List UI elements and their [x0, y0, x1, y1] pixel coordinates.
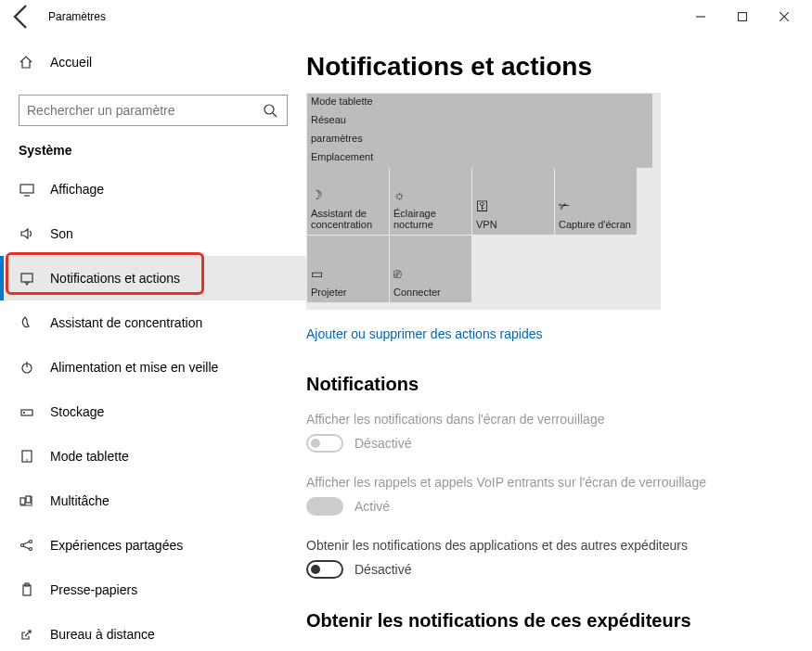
svg-rect-0 [738, 13, 746, 21]
sidebar-item-alimentation[interactable]: Alimentation et mise en veille [0, 345, 306, 389]
storage-icon [19, 404, 35, 419]
tile-connecter[interactable]: ⎚ Connecter [390, 236, 471, 302]
tile-header[interactable]: Mode tablette [307, 94, 653, 112]
sidebar-item-label: Multitâche [50, 493, 110, 508]
svg-point-6 [24, 413, 25, 414]
toggle-state: Désactivé [354, 436, 411, 451]
setting-app-notifications: Obtenir les notifications des applicatio… [306, 538, 812, 579]
section-senders: Obtenir les notifications de ces expédit… [306, 610, 812, 632]
sidebar-item-label: Assistant de concentration [50, 315, 202, 330]
quick-actions-panel: Mode tablette Réseau paramètres Emplacem… [306, 93, 661, 310]
toggle-state: Désactivé [354, 562, 411, 577]
tile-label: Assistant de concentration [311, 208, 385, 231]
sound-icon [19, 226, 35, 241]
sidebar-item-label: Notifications et actions [50, 271, 180, 286]
svg-rect-2 [20, 185, 33, 193]
tile-assistant[interactable]: ☽ Assistant de concentration [307, 168, 389, 235]
vpn-icon: ⚿ [476, 198, 550, 219]
sidebar-item-label: Expériences partagées [50, 538, 183, 553]
close-button[interactable] [763, 3, 805, 31]
setting-voip-lockscreen: Afficher les rappels et appels VoIP entr… [306, 475, 812, 516]
svg-rect-5 [21, 410, 32, 415]
notifications-icon [19, 271, 35, 286]
sidebar: Accueil Système Affichage Son Notificati… [0, 33, 306, 651]
moon-icon: ☽ [311, 187, 385, 208]
sidebar-item-tablette[interactable]: Mode tablette [0, 434, 306, 479]
display-icon [19, 182, 35, 197]
snip-icon: ✃ [559, 198, 633, 219]
sidebar-item-presse[interactable]: Presse-papiers [0, 568, 306, 612]
tile-label: Projeter [311, 287, 385, 299]
multitask-icon [19, 493, 35, 508]
section-title: Système [19, 143, 306, 158]
tile-projeter[interactable]: ▭ Projeter [307, 236, 389, 302]
setting-lockscreen-notifications: Afficher les notifications dans l'écran … [306, 412, 812, 453]
home-link[interactable]: Accueil [19, 45, 306, 80]
svg-rect-3 [21, 274, 32, 282]
tile-header[interactable]: paramètres [307, 131, 653, 149]
sidebar-item-affichage[interactable]: Affichage [0, 167, 306, 211]
section-notifications: Notifications [306, 374, 812, 395]
tile-eclairage[interactable]: ☼ Éclairage nocturne [390, 168, 471, 235]
focus-icon [19, 315, 35, 330]
home-icon [19, 55, 35, 70]
toggle-state: Activé [354, 499, 390, 514]
sidebar-item-label: Affichage [50, 182, 104, 197]
sidebar-item-stockage[interactable]: Stockage [0, 389, 306, 434]
svg-rect-13 [23, 585, 31, 595]
main-content: Notifications et actions Mode tablette R… [306, 33, 812, 651]
page-title: Notifications et actions [306, 52, 812, 82]
sidebar-item-label: Alimentation et mise en veille [50, 360, 218, 375]
titlebar: Paramètres [0, 0, 812, 33]
minimize-button[interactable] [679, 3, 721, 31]
back-button[interactable] [7, 2, 37, 32]
share-icon [19, 538, 35, 553]
sidebar-item-assistant[interactable]: Assistant de concentration [0, 300, 306, 345]
sidebar-item-label: Bureau à distance [50, 627, 155, 642]
sidebar-item-label: Stockage [50, 404, 104, 419]
sidebar-item-bureau[interactable]: Bureau à distance [0, 612, 306, 651]
sidebar-item-multitache[interactable]: Multitâche [0, 479, 306, 523]
home-label: Accueil [50, 55, 92, 70]
maximize-button[interactable] [721, 3, 763, 31]
sidebar-item-label: Presse-papiers [50, 582, 137, 597]
toggle [306, 497, 343, 516]
setting-label: Afficher les rappels et appels VoIP entr… [306, 475, 812, 490]
toggle[interactable] [306, 560, 343, 579]
sidebar-item-experiences[interactable]: Expériences partagées [0, 523, 306, 568]
tile-header[interactable]: Réseau [307, 112, 653, 131]
sidebar-item-notifications[interactable]: Notifications et actions [0, 256, 306, 300]
window-title: Paramètres [48, 10, 106, 23]
project-icon: ▭ [311, 266, 385, 287]
tile-vpn[interactable]: ⚿ VPN [472, 168, 554, 235]
toggle [306, 434, 343, 453]
tile-label: VPN [476, 219, 550, 231]
tile-header[interactable]: Emplacement [307, 149, 653, 168]
sidebar-item-son[interactable]: Son [0, 211, 306, 256]
remote-icon [19, 627, 35, 642]
connect-icon: ⎚ [393, 266, 468, 287]
svg-point-1 [264, 105, 274, 114]
search-input[interactable] [27, 103, 279, 118]
clipboard-icon [19, 582, 35, 597]
tile-capture[interactable]: ✃ Capture d'écran [555, 168, 637, 235]
brightness-icon: ☼ [393, 187, 468, 208]
search-box[interactable] [19, 95, 288, 126]
tile-label: Éclairage nocturne [393, 208, 468, 231]
tile-label: Capture d'écran [559, 219, 633, 231]
sidebar-item-label: Son [50, 226, 73, 241]
tile-label: Connecter [393, 287, 468, 299]
tablet-icon [19, 449, 35, 464]
sidebar-item-label: Mode tablette [50, 449, 129, 464]
power-icon [19, 360, 35, 375]
search-icon [263, 103, 277, 121]
setting-label: Obtenir les notifications des applicatio… [306, 538, 812, 553]
edit-quick-actions-link[interactable]: Ajouter ou supprimer des actions rapides [306, 326, 542, 341]
svg-rect-8 [20, 498, 25, 504]
setting-label: Afficher les notifications dans l'écran … [306, 412, 812, 427]
svg-rect-9 [26, 496, 31, 503]
